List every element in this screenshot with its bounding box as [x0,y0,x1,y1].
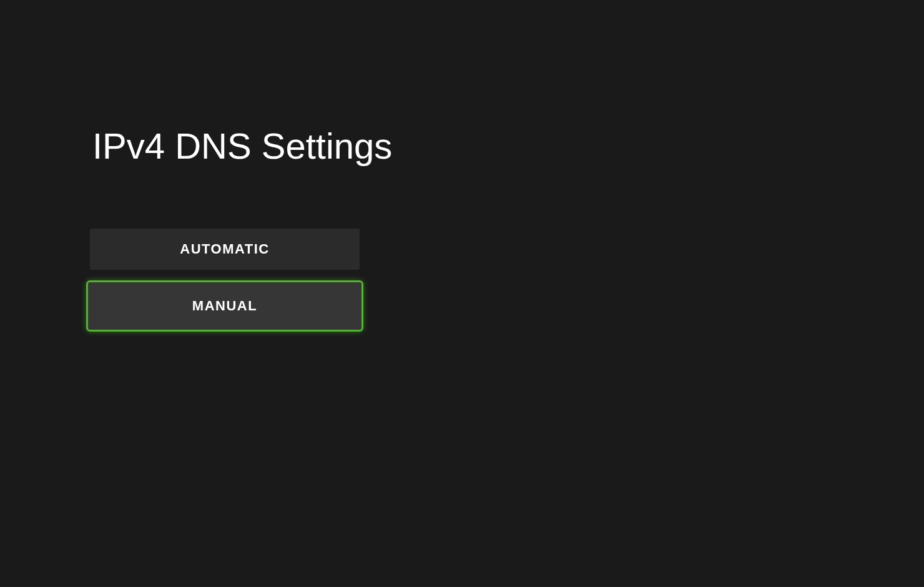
manual-option-label: MANUAL [192,298,257,314]
automatic-option-label: AUTOMATIC [180,241,269,257]
page-title: IPv4 DNS Settings [92,125,392,167]
manual-option-button[interactable]: MANUAL [86,280,363,332]
automatic-option-button[interactable]: AUTOMATIC [90,229,360,270]
options-list: AUTOMATIC MANUAL [86,229,363,332]
